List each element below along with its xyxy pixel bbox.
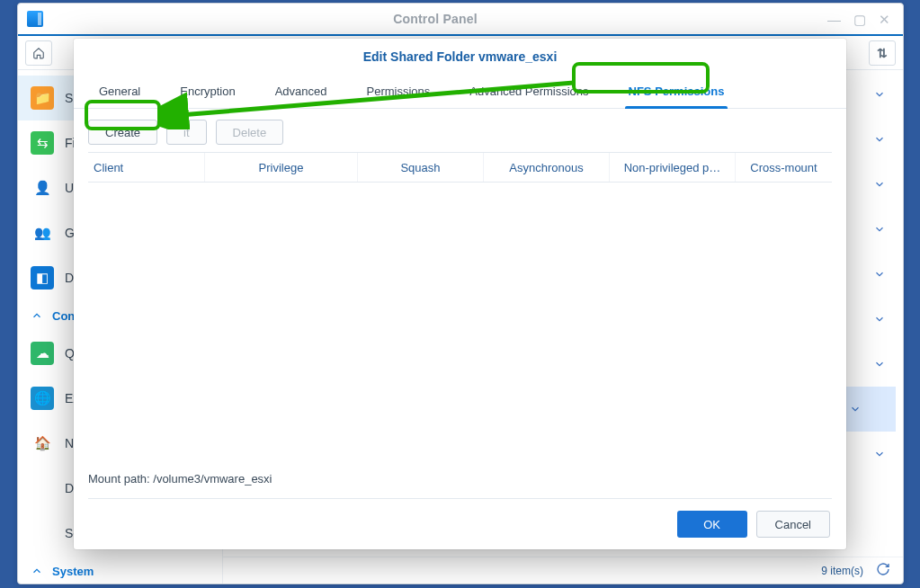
maximize-button[interactable]: ▢ [853,13,866,26]
item-count-label: 9 item(s) [821,565,863,577]
mount-path-label: Mount path: [88,472,153,486]
status-bar: 9 item(s) [223,557,903,584]
dhcp-icon: ◉ [31,477,54,500]
column-asynchronous[interactable]: Asynchronous [484,153,610,182]
nfs-table-header: Client Privilege Squash Asynchronous Non… [88,152,832,183]
network-icon: 🏠 [31,432,54,455]
minimize-button[interactable]: — [827,13,841,26]
mount-path-value: /volume3/vmware_esxi [153,472,272,486]
column-cross-mount[interactable]: Cross-mount [736,153,832,182]
shield-icon: 🛡 [31,521,54,545]
tab-label: Encryption [180,85,235,98]
chevron-down-icon [849,403,862,415]
column-non-privileged[interactable]: Non-privileged p… [610,153,736,182]
dialog-title: Edit Shared Folder vmware_esxi [74,39,846,75]
tab-encryption[interactable]: Encryption [162,75,253,108]
delete-button[interactable]: Delete [216,120,284,145]
button-label: Create [105,126,140,139]
row-expand[interactable] [863,297,896,342]
tab-advanced-permissions[interactable]: Advanced Permissions [451,75,606,108]
tab-general[interactable]: General [81,75,158,108]
row-expand[interactable] [863,207,896,252]
action-row: Create it Delete [74,109,846,152]
row-expand[interactable] [863,162,896,207]
chevron-down-icon [873,313,886,325]
tab-label: Advanced Permissions [469,85,588,98]
home-icon [32,47,45,59]
row-expand[interactable] [863,72,896,117]
chevron-down-icon [873,358,886,370]
nfs-table-body [88,183,832,463]
tab-label: NFS Permissions [629,85,725,98]
sidebar-section-label: Con [52,309,75,323]
file-services-icon: ⇆ [31,131,54,155]
domain-icon: ◧ [31,266,54,290]
row-expand[interactable] [863,342,896,387]
close-button[interactable]: ✕ [879,13,890,26]
sort-icon: ⇅ [877,46,888,60]
column-privilege[interactable]: Privilege [205,153,358,182]
create-button[interactable]: Create [88,120,157,145]
tab-label: Permissions [367,85,431,98]
sidebar-section-system[interactable]: System [18,556,222,584]
tab-label: Advanced [275,85,327,98]
button-label: OK [703,518,720,531]
chevron-down-icon [873,448,886,460]
edit-shared-folder-dialog: Edit Shared Folder vmware_esxi General E… [74,39,846,549]
row-expand[interactable] [863,252,896,297]
column-client[interactable]: Client [88,153,205,182]
tab-nfs-permissions[interactable]: NFS Permissions [611,75,743,108]
row-expand[interactable] [863,432,896,477]
window-title: Control Panel [43,12,827,26]
chevron-down-icon [873,178,886,191]
chevron-down-icon [873,223,886,236]
folder-share-icon: 📁 [31,86,54,110]
app-icon [27,11,43,27]
globe-icon: 🌐 [31,387,54,410]
mount-path-row: Mount path: /volume3/vmware_esxi [88,463,832,499]
chevron-down-icon [873,88,886,101]
refresh-icon [876,562,890,576]
chevron-up-icon [31,309,43,322]
tab-label: General [99,85,140,98]
chevron-down-icon [873,133,886,146]
window-controls: — ▢ ✕ [827,13,903,26]
expand-column [863,72,896,477]
chevron-up-icon [31,565,43,577]
cancel-button[interactable]: Cancel [756,511,830,538]
cloud-icon: ☁ [31,342,54,365]
refresh-button[interactable] [876,562,890,579]
row-expand[interactable] [863,117,896,162]
user-icon: 👤 [31,176,54,200]
tab-permissions[interactable]: Permissions [349,75,449,108]
tab-advanced[interactable]: Advanced [257,75,345,108]
group-icon: 👥 [31,221,54,245]
home-button[interactable] [25,40,52,66]
button-label: it [183,126,190,139]
sidebar-section-label: System [52,565,94,578]
window-titlebar: Control Panel — ▢ ✕ [18,4,903,36]
chevron-down-icon [873,268,886,281]
button-label: Cancel [775,518,811,531]
sort-button[interactable]: ⇅ [869,40,896,66]
column-squash[interactable]: Squash [358,153,484,182]
button-label: Delete [233,126,267,139]
tab-bar: General Encryption Advanced Permissions … [74,75,846,109]
dialog-footer: OK Cancel [74,499,846,549]
edit-button[interactable]: it [166,120,207,145]
ok-button[interactable]: OK [677,511,747,538]
